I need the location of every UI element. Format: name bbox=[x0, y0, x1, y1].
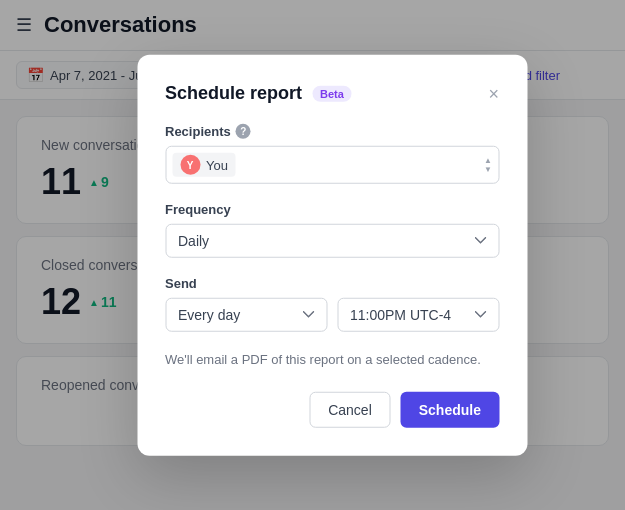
schedule-button[interactable]: Schedule bbox=[401, 391, 499, 427]
recipients-field-group: Recipients ? Y You ▲ ▼ bbox=[165, 124, 499, 184]
recipients-help-icon[interactable]: ? bbox=[236, 124, 251, 139]
cancel-button[interactable]: Cancel bbox=[309, 391, 391, 427]
modal-header: Schedule report Beta × bbox=[165, 83, 499, 104]
recipient-chip-you: Y You bbox=[172, 153, 236, 177]
modal-title: Schedule report bbox=[165, 83, 302, 104]
send-row: Every day Weekdays Weekends 11:00PM UTC-… bbox=[165, 298, 499, 332]
frequency-select[interactable]: Daily Weekly Monthly bbox=[165, 224, 499, 258]
frequency-label: Frequency bbox=[165, 202, 499, 217]
send-field-group: Send Every day Weekdays Weekends 11:00PM… bbox=[165, 276, 499, 332]
send-label: Send bbox=[165, 276, 499, 291]
recipient-avatar: Y bbox=[180, 155, 200, 175]
send-time-select[interactable]: 11:00PM UTC-4 12:00AM UTC-4 08:00AM UTC-… bbox=[337, 298, 499, 332]
schedule-report-modal: Schedule report Beta × Recipients ? Y Yo… bbox=[137, 55, 527, 456]
recipients-label: Recipients ? bbox=[165, 124, 499, 139]
modal-footer: Cancel Schedule bbox=[165, 391, 499, 427]
send-day-select[interactable]: Every day Weekdays Weekends bbox=[165, 298, 327, 332]
recipients-scroll-arrows[interactable]: ▲ ▼ bbox=[484, 156, 492, 173]
frequency-field-group: Frequency Daily Weekly Monthly bbox=[165, 202, 499, 258]
info-text: We'll email a PDF of this report on a se… bbox=[165, 350, 499, 370]
scroll-down-icon[interactable]: ▼ bbox=[484, 165, 492, 173]
recipients-input[interactable]: Y You ▲ ▼ bbox=[165, 146, 499, 184]
scroll-up-icon[interactable]: ▲ bbox=[484, 156, 492, 164]
recipient-name: You bbox=[206, 157, 228, 172]
modal-close-button[interactable]: × bbox=[488, 84, 499, 102]
beta-badge: Beta bbox=[312, 85, 352, 101]
